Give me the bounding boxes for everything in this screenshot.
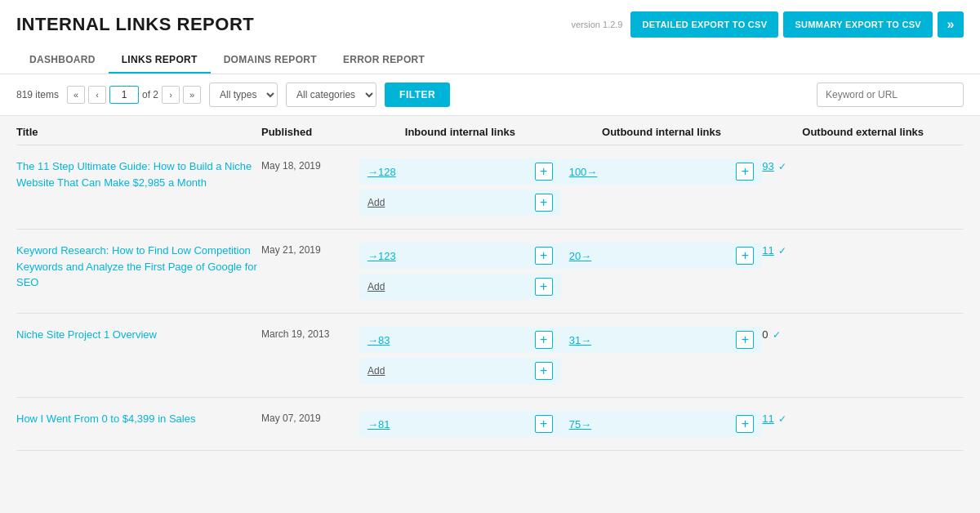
table-header: Title Published Inbound internal links O…	[16, 116, 964, 145]
inbound-add-plus-1[interactable]: +	[535, 194, 553, 212]
outbound-value-4[interactable]: 75→	[569, 418, 591, 430]
cell-outbound-4: 75→ +	[561, 411, 763, 437]
inbound-add-btn-4[interactable]: +	[535, 415, 553, 433]
inbound-value-4[interactable]: →81	[368, 418, 390, 430]
export-more-button[interactable]: »	[938, 11, 964, 38]
outbound-ext-check-1: ✓	[776, 161, 786, 172]
nav-tabs: DASHBOARD LINKS REPORT DOMAINS REPORT ER…	[16, 47, 964, 74]
inbound-value-2[interactable]: →123	[368, 250, 396, 262]
outbound-ext-check-3: ✓	[770, 329, 781, 341]
table-row: Keyword Research: How to Find Low Compet…	[16, 230, 964, 314]
cell-published-1: May 18, 2019	[261, 158, 359, 172]
keyword-input[interactable]	[817, 83, 964, 107]
page-of: of 2	[142, 89, 158, 100]
outbound-ext-value-3: 0	[762, 328, 768, 341]
outbound-add-btn-1[interactable]: +	[736, 163, 754, 181]
page-first-button[interactable]: «	[67, 86, 85, 104]
inbound-add-btn-1[interactable]: +	[535, 163, 553, 181]
detailed-export-button[interactable]: DETAILED EXPORT TO CSV	[630, 11, 778, 38]
cell-outbound-ext-1: 93 ✓	[762, 158, 964, 172]
th-title: Title	[16, 126, 261, 138]
pagination: « ‹ of 2 › »	[67, 86, 201, 104]
title-link-4[interactable]: How I Went From 0 to $4,399 in Sales	[16, 413, 195, 425]
outbound-add-btn-4[interactable]: +	[736, 415, 754, 433]
inbound-add-plus-2[interactable]: +	[535, 278, 553, 296]
inbound-add-plus-3[interactable]: +	[535, 362, 553, 380]
title-link-2[interactable]: Keyword Research: How to Find Low Compet…	[16, 244, 257, 288]
outbound-link-box-2: 20→ +	[561, 243, 763, 269]
outbound-value-3[interactable]: 31→	[569, 334, 591, 346]
inbound-link-box-2: →123 +	[359, 243, 561, 269]
inbound-value-3[interactable]: →83	[368, 334, 390, 346]
cell-outbound-ext-2: 11 ✓	[762, 243, 964, 256]
cell-inbound-1: →128 + Add +	[359, 158, 561, 216]
inbound-add-btn-3[interactable]: +	[535, 331, 553, 349]
table-row: How I Went From 0 to $4,399 in Sales May…	[16, 398, 964, 451]
cell-title-4: How I Went From 0 to $4,399 in Sales	[16, 411, 261, 427]
outbound-value-1[interactable]: 100→	[569, 166, 598, 178]
tab-error-report[interactable]: ERROR REPORT	[330, 47, 438, 74]
th-inbound: Inbound internal links	[359, 126, 561, 138]
cell-published-2: May 21, 2019	[261, 243, 359, 256]
summary-export-button[interactable]: SUMMARY EXPORT TO CSV	[783, 11, 933, 38]
outbound-ext-value-1[interactable]: 93	[762, 160, 773, 172]
page-last-button[interactable]: »	[183, 86, 201, 104]
page-prev-button[interactable]: ‹	[88, 86, 106, 104]
cell-inbound-3: →83 + Add +	[359, 327, 561, 384]
inbound-value-1[interactable]: →128	[368, 166, 396, 178]
outbound-ext-check-2: ✓	[776, 245, 786, 256]
title-link-3[interactable]: Niche Site Project 1 Overview	[16, 328, 157, 341]
tab-dashboard[interactable]: DASHBOARD	[16, 47, 109, 74]
th-outbound: Outbound internal links	[561, 126, 763, 138]
cell-outbound-2: 20→ +	[561, 243, 763, 269]
cell-outbound-1: 100→ +	[561, 158, 763, 185]
outbound-link-box-3: 31→ +	[561, 327, 763, 353]
cell-title-1: The 11 Step Ultimate Guide: How to Build…	[16, 158, 261, 190]
outbound-ext-check-4: ✓	[776, 413, 786, 425]
page-input[interactable]	[109, 86, 139, 104]
inbound-add-label-2[interactable]: Add	[368, 281, 385, 292]
inbound-add-label-3[interactable]: Add	[368, 365, 385, 377]
cell-published-4: May 07, 2019	[261, 411, 359, 424]
inbound-link-box-4: →81 +	[359, 411, 561, 437]
items-count: 819 items	[16, 89, 59, 100]
outbound-add-btn-2[interactable]: +	[736, 247, 754, 265]
tab-domains-report[interactable]: DOMAINS REPORT	[211, 47, 330, 74]
inbound-add-box-2: Add +	[359, 274, 561, 300]
inbound-add-label-1[interactable]: Add	[368, 197, 385, 208]
inbound-add-box-3: Add +	[359, 358, 561, 384]
version-label: version 1.2.9	[572, 20, 623, 29]
filter-types-select[interactable]: All types	[209, 83, 278, 107]
outbound-ext-value-4[interactable]: 11	[762, 413, 773, 425]
inbound-add-box-1: Add +	[359, 190, 561, 216]
table-row: Niche Site Project 1 Overview March 19, …	[16, 314, 964, 398]
inbound-add-btn-2[interactable]: +	[535, 247, 553, 265]
th-published: Published	[261, 126, 359, 138]
outbound-link-box-1: 100→ +	[561, 158, 763, 185]
cell-inbound-2: →123 + Add +	[359, 243, 561, 300]
tab-links-report[interactable]: LINKS REPORT	[109, 47, 211, 74]
outbound-add-btn-3[interactable]: +	[736, 331, 754, 349]
app-title: INTERNAL LINKS REPORT	[16, 14, 254, 35]
controls-bar: 819 items « ‹ of 2 › » All types All cat…	[0, 74, 980, 116]
cell-title-2: Keyword Research: How to Find Low Compet…	[16, 243, 261, 291]
filter-categories-select[interactable]: All categories	[286, 83, 376, 107]
cell-inbound-4: →81 +	[359, 411, 561, 437]
table-container: Title Published Inbound internal links O…	[0, 116, 980, 451]
cell-outbound-ext-3: 0 ✓	[762, 327, 964, 341]
filter-button[interactable]: FILTER	[385, 83, 450, 107]
th-outbound-ext: Outbound external links	[762, 126, 964, 138]
cell-title-3: Niche Site Project 1 Overview	[16, 327, 261, 343]
table-row: The 11 Step Ultimate Guide: How to Build…	[16, 145, 964, 230]
outbound-value-2[interactable]: 20→	[569, 250, 591, 262]
inbound-link-box-3: →83 +	[359, 327, 561, 353]
cell-outbound-3: 31→ +	[561, 327, 763, 353]
page-next-button[interactable]: ›	[162, 86, 180, 104]
title-link-1[interactable]: The 11 Step Ultimate Guide: How to Build…	[16, 160, 252, 189]
cell-published-3: March 19, 2013	[261, 327, 359, 340]
inbound-link-box-1: →128 +	[359, 158, 561, 185]
cell-outbound-ext-4: 11 ✓	[762, 411, 964, 425]
outbound-ext-value-2[interactable]: 11	[762, 244, 773, 256]
outbound-link-box-4: 75→ +	[561, 411, 763, 437]
